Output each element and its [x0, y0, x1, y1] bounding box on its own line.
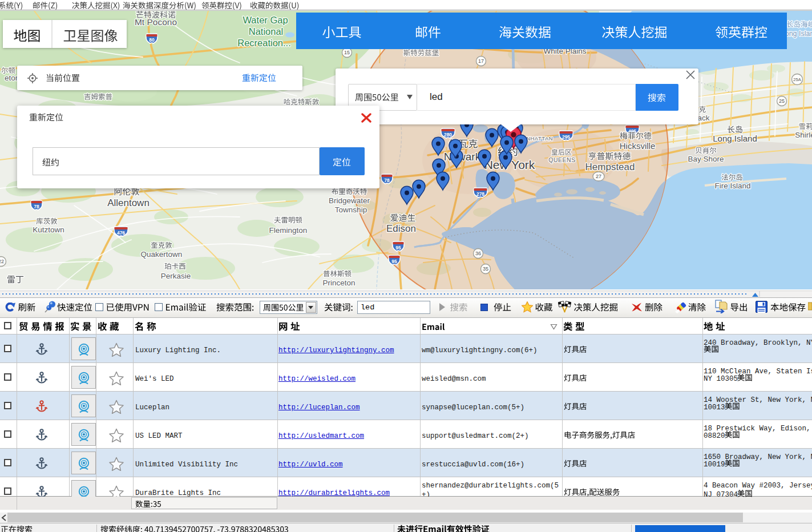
svg-text:Allentown: Allentown [107, 198, 150, 208]
svg-text:Hempstead: Hempstead [585, 162, 635, 172]
svg-text:95: 95 [395, 245, 401, 251]
svg-text:Flemington: Flemington [269, 226, 308, 235]
svg-text:Quakertown: Quakertown [141, 250, 183, 259]
svg-text:Fire Island: Fire Island [714, 182, 750, 190]
svg-text:Princeton: Princeton [322, 279, 355, 287]
svg-text:ack: ack [697, 114, 709, 122]
svg-text:Bay Shore: Bay Shore [688, 155, 724, 163]
svg-text:National: National [249, 26, 284, 37]
svg-text:Township: Township [335, 205, 367, 214]
svg-text:Perkasie: Perkasie [161, 272, 191, 280]
svg-text:Water Gap: Water Gap [243, 15, 288, 25]
svg-text:Recreation...: Recreation... [237, 38, 291, 48]
svg-text:Bridgewater: Bridgewater [329, 196, 370, 205]
svg-text:25: 25 [779, 98, 785, 104]
svg-text:Long Island: Long Island [713, 134, 757, 143]
svg-text:QUEENS: QUEENS [548, 156, 575, 163]
svg-text:280: 280 [444, 132, 452, 138]
svg-text:78: 78 [384, 178, 390, 183]
svg-text:27: 27 [596, 174, 601, 179]
svg-text:36: 36 [475, 251, 481, 256]
svg-text:22: 22 [0, 259, 4, 264]
svg-text:80: 80 [149, 37, 155, 43]
svg-text:17: 17 [478, 58, 484, 64]
svg-text:Hicksville: Hicksville [620, 141, 656, 151]
svg-text:295: 295 [562, 134, 570, 140]
svg-text:25A: 25A [793, 77, 801, 82]
svg-text:Shirley: Shirley [795, 131, 812, 139]
svg-text:35: 35 [483, 266, 488, 272]
svg-text:15: 15 [344, 50, 350, 55]
svg-text:Kutztown: Kutztown [33, 225, 64, 234]
svg-text:Edison: Edison [386, 223, 416, 234]
svg-text:278: 278 [476, 191, 484, 197]
svg-text:476: 476 [117, 230, 125, 236]
svg-text:95: 95 [391, 259, 397, 264]
svg-text:78: 78 [34, 204, 39, 209]
